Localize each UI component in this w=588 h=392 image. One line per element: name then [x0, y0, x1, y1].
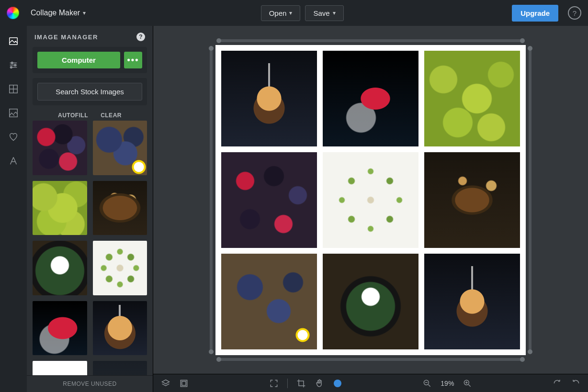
panel-title: IMAGE MANAGER: [34, 34, 98, 41]
adjust-icon[interactable]: [8, 59, 19, 71]
collage-canvas[interactable]: [215, 45, 526, 355]
help-button[interactable]: ?: [568, 6, 581, 20]
divider: [287, 379, 288, 388]
svg-rect-7: [182, 381, 186, 385]
thumb-berries[interactable]: [33, 121, 87, 175]
upload-more-button[interactable]: •••: [124, 52, 142, 68]
chevron-down-icon: ▾: [83, 10, 86, 16]
thumb-strawberry[interactable]: [33, 301, 87, 356]
clear-button[interactable]: CLEAR: [101, 112, 122, 119]
thumb-herbs[interactable]: [93, 241, 147, 295]
upload-computer-button[interactable]: Computer: [37, 52, 120, 68]
thumbnail-scroll[interactable]: [27, 121, 153, 375]
ruler-bottom[interactable]: [219, 358, 522, 361]
svg-point-1: [11, 62, 13, 64]
ruler-right[interactable]: [529, 49, 531, 351]
upgrade-button[interactable]: Upgrade: [512, 5, 558, 22]
chevron-down-icon: ▾: [333, 10, 336, 16]
undo-icon[interactable]: [571, 379, 580, 388]
thumb-ui-screenshot[interactable]: [93, 361, 147, 375]
zoom-out-icon[interactable]: [422, 379, 432, 388]
ruler-top[interactable]: [219, 39, 522, 42]
canvas-settings-icon[interactable]: [179, 379, 189, 388]
color-indicator[interactable]: [333, 379, 342, 388]
cell-herbs[interactable]: [323, 152, 418, 248]
zoom-level: 19%: [441, 380, 454, 387]
thumb-steak[interactable]: [93, 181, 147, 235]
canvas-area: 19%: [153, 26, 588, 392]
panel-help-icon[interactable]: ?: [136, 33, 145, 41]
layers-icon[interactable]: [161, 379, 170, 388]
top-bar: Collage Maker ▾ Open ▾ Save ▾ Upgrade ?: [0, 0, 588, 26]
hand-tool-icon[interactable]: [315, 379, 324, 388]
thumb-burger[interactable]: [93, 301, 147, 356]
crop-icon[interactable]: [296, 379, 306, 388]
app-mode-selector[interactable]: Collage Maker ▾: [24, 6, 92, 20]
cell-burger-2[interactable]: [424, 254, 520, 349]
cell-egg-plate[interactable]: [323, 254, 418, 349]
thumb-blueberries[interactable]: [93, 121, 147, 175]
cell-mixed-berries[interactable]: [221, 152, 317, 248]
text-icon[interactable]: [8, 155, 19, 167]
svg-point-3: [11, 67, 12, 68]
favorites-icon[interactable]: [8, 131, 19, 143]
remove-unused-button[interactable]: REMOVE UNUSED: [27, 375, 153, 392]
sidebar-panel: IMAGE MANAGER ? Computer ••• Search Stoc…: [27, 26, 153, 392]
thumb-pears[interactable]: [33, 181, 87, 235]
chevron-down-icon: ▾: [289, 10, 292, 16]
open-button[interactable]: Open ▾: [261, 5, 301, 21]
cell-steak[interactable]: [424, 152, 520, 248]
app-logo[interactable]: [7, 7, 19, 19]
background-icon[interactable]: [8, 107, 19, 119]
image-manager-icon[interactable]: [8, 35, 19, 47]
svg-point-2: [14, 64, 16, 66]
cell-pears[interactable]: [424, 51, 520, 146]
cell-strawberry-splash[interactable]: [323, 51, 418, 146]
left-rail: [0, 26, 27, 392]
ruler-left[interactable]: [210, 49, 213, 351]
autofill-button[interactable]: AUTOFILL: [58, 112, 88, 119]
layouts-icon[interactable]: [8, 83, 19, 95]
cell-blueberries[interactable]: [221, 254, 317, 349]
zoom-in-icon[interactable]: [463, 379, 472, 388]
cell-burger[interactable]: [221, 51, 317, 146]
app-mode-label: Collage Maker: [31, 9, 80, 17]
thumb-egg-dish[interactable]: [33, 241, 87, 295]
fit-screen-icon[interactable]: [269, 379, 279, 388]
search-stock-button[interactable]: Search Stock Images: [37, 83, 142, 101]
redo-icon[interactable]: [553, 379, 562, 388]
save-button[interactable]: Save ▾: [305, 5, 343, 21]
thumb-ms-logo[interactable]: [33, 361, 87, 375]
bottom-toolbar: 19%: [153, 374, 588, 392]
